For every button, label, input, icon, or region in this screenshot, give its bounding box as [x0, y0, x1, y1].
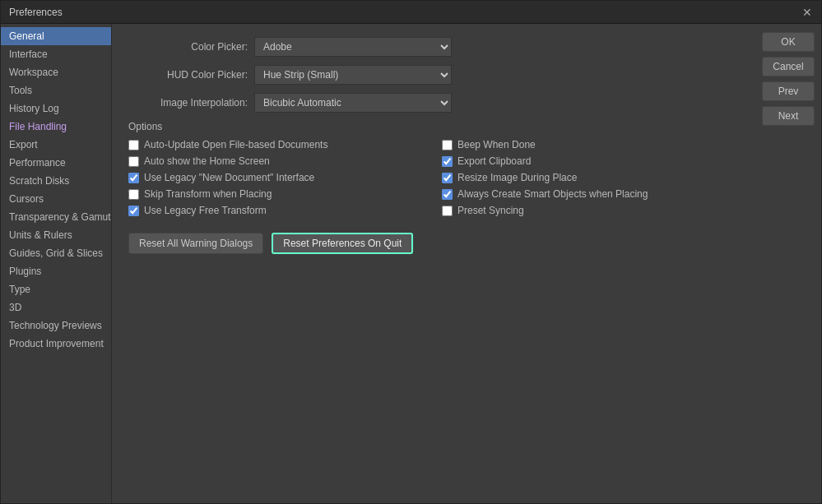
checkbox-row-right-2: Resize Image During Place	[442, 172, 739, 183]
checkbox-row-right-4: Preset Syncing	[442, 205, 739, 216]
ok-button[interactable]: OK	[762, 32, 815, 52]
hud-color-picker-select[interactable]: Hue Strip (Small)Hue Strip (Medium)Hue S…	[254, 65, 452, 85]
checkbox-resize-image-during-place[interactable]	[442, 173, 453, 183]
sidebar-item-file-handling[interactable]: File Handling	[1, 118, 111, 136]
checkbox-label: Export Clipboard	[457, 155, 531, 167]
reset-warnings-button[interactable]: Reset All Warning Dialogs	[128, 233, 263, 254]
hud-color-picker-label: HUD Color Picker:	[128, 69, 248, 81]
next-button[interactable]: Next	[762, 106, 815, 126]
checkbox-skip-transform-when-placing[interactable]	[128, 189, 139, 200]
bottom-buttons: Reset All Warning Dialogs Reset Preferen…	[128, 233, 739, 254]
sidebar-item-type[interactable]: Type	[1, 280, 111, 298]
options-title: Options	[128, 121, 739, 132]
options-grid: Auto-Update Open File-based DocumentsBee…	[128, 139, 739, 216]
checkbox-auto-update-open-file-based-documents[interactable]	[128, 140, 139, 150]
checkbox-label: Skip Transform when Placing	[144, 188, 272, 200]
sidebar-item-3d[interactable]: 3D	[1, 298, 111, 317]
checkbox-label: Beep When Done	[457, 139, 536, 150]
sidebar-item-plugins[interactable]: Plugins	[1, 262, 111, 280]
image-interpolation-label: Image Interpolation:	[128, 97, 248, 109]
checkbox-row-left-1: Auto show the Home Screen	[128, 155, 425, 167]
image-interpolation-select[interactable]: Bicubic AutomaticNearest NeighborBilinea…	[254, 93, 452, 113]
checkbox-beep-when-done[interactable]	[442, 140, 453, 150]
dialog-body: GeneralInterfaceWorkspaceToolsHistory Lo…	[1, 24, 821, 503]
sidebar-item-scratch-disks[interactable]: Scratch Disks	[1, 172, 111, 190]
title-bar: Preferences ✕	[1, 1, 821, 24]
checkbox-row-left-4: Use Legacy Free Transform	[128, 205, 425, 216]
cancel-button[interactable]: Cancel	[762, 57, 815, 76]
checkbox-label: Use Legacy "New Document" Interface	[144, 172, 314, 183]
color-picker-row: Color Picker: AdobeWindows	[128, 37, 739, 57]
sidebar: GeneralInterfaceWorkspaceToolsHistory Lo…	[1, 24, 112, 503]
checkbox-row-right-1: Export Clipboard	[442, 155, 739, 167]
reset-prefs-button[interactable]: Reset Preferences On Quit	[272, 233, 413, 254]
close-button[interactable]: ✕	[801, 7, 813, 18]
sidebar-item-workspace[interactable]: Workspace	[1, 63, 111, 81]
sidebar-item-cursors[interactable]: Cursors	[1, 190, 111, 208]
sidebar-item-performance[interactable]: Performance	[1, 154, 111, 172]
checkbox-always-create-smart-objects-when-placing[interactable]	[442, 189, 453, 200]
right-buttons-panel: OKCancelPrevNext	[755, 24, 821, 503]
sidebar-item-product-improvement[interactable]: Product Improvement	[1, 335, 111, 353]
sidebar-item-technology-previews[interactable]: Technology Previews	[1, 317, 111, 335]
sidebar-item-tools[interactable]: Tools	[1, 81, 111, 99]
preferences-dialog: Preferences ✕ GeneralInterfaceWorkspaceT…	[0, 0, 822, 504]
hud-color-picker-row: HUD Color Picker: Hue Strip (Small)Hue S…	[128, 65, 739, 85]
checkbox-preset-syncing[interactable]	[442, 206, 453, 216]
sidebar-item-units---rulers[interactable]: Units & Rulers	[1, 226, 111, 244]
checkbox-row-left-0: Auto-Update Open File-based Documents	[128, 139, 425, 150]
checkbox-label: Resize Image During Place	[457, 172, 577, 183]
checkbox-label: Use Legacy Free Transform	[144, 205, 267, 216]
sidebar-item-guides--grid---slices[interactable]: Guides, Grid & Slices	[1, 244, 111, 262]
checkbox-use-legacy-free-transform[interactable]	[128, 206, 139, 216]
color-picker-select[interactable]: AdobeWindows	[254, 37, 452, 57]
checkbox-row-left-3: Skip Transform when Placing	[128, 188, 425, 200]
checkbox-label: Preset Syncing	[457, 205, 524, 216]
color-picker-label: Color Picker:	[128, 41, 248, 53]
dialog-title: Preferences	[9, 7, 63, 18]
sidebar-item-transparency---gamut[interactable]: Transparency & Gamut	[1, 208, 111, 226]
checkbox-row-right-0: Beep When Done	[442, 139, 739, 150]
main-content: Color Picker: AdobeWindows HUD Color Pic…	[112, 24, 755, 503]
sidebar-item-export[interactable]: Export	[1, 136, 111, 154]
checkbox-auto-show-the-home-screen[interactable]	[128, 156, 139, 167]
checkbox-row-right-3: Always Create Smart Objects when Placing	[442, 188, 739, 200]
checkbox-use-legacy--new-document--interface[interactable]	[128, 173, 139, 183]
image-interpolation-row: Image Interpolation: Bicubic AutomaticNe…	[128, 93, 739, 113]
sidebar-item-interface[interactable]: Interface	[1, 45, 111, 63]
options-section: Options Auto-Update Open File-based Docu…	[128, 121, 739, 216]
checkbox-label: Always Create Smart Objects when Placing	[457, 188, 648, 200]
checkbox-label: Auto-Update Open File-based Documents	[144, 139, 327, 150]
checkbox-row-left-2: Use Legacy "New Document" Interface	[128, 172, 425, 183]
sidebar-item-history-log[interactable]: History Log	[1, 99, 111, 118]
checkbox-export-clipboard[interactable]	[442, 156, 453, 167]
checkbox-label: Auto show the Home Screen	[144, 155, 270, 167]
sidebar-item-general[interactable]: General	[1, 27, 111, 45]
prev-button[interactable]: Prev	[762, 81, 815, 101]
